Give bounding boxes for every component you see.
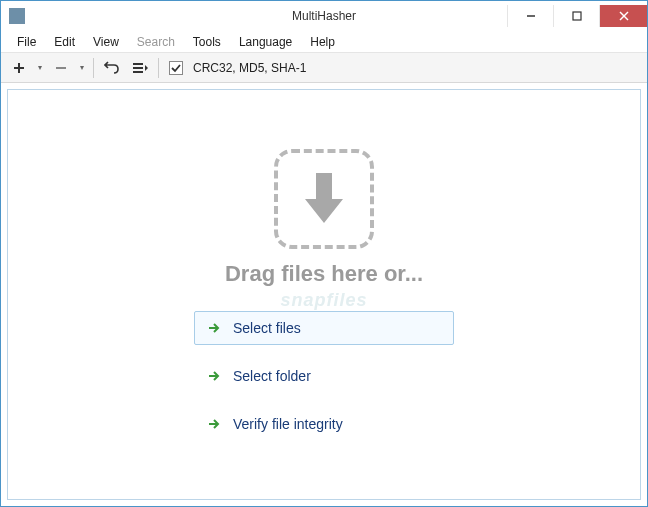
drop-text: Drag files here or... [225, 261, 423, 287]
select-files-action[interactable]: Select files [194, 311, 454, 345]
menu-view[interactable]: View [85, 33, 127, 51]
menu-help[interactable]: Help [302, 33, 343, 51]
menu-search[interactable]: Search [129, 33, 183, 51]
menu-file[interactable]: File [9, 33, 44, 51]
app-window: MultiHasher File Edit View Search Tools … [0, 0, 648, 507]
app-icon [9, 8, 25, 24]
toolbar: ▾ ▾ CRC32, MD5, SHA-1 [1, 53, 647, 83]
undo-button[interactable] [100, 56, 124, 80]
select-folder-action[interactable]: Select folder [194, 359, 454, 393]
svg-rect-7 [133, 63, 143, 65]
titlebar: MultiHasher [1, 1, 647, 31]
svg-rect-8 [133, 67, 143, 69]
svg-rect-9 [133, 71, 143, 73]
hash-label: CRC32, MD5, SHA-1 [193, 61, 306, 75]
close-button[interactable] [599, 5, 647, 27]
arrow-right-icon [207, 321, 221, 335]
remove-button[interactable] [49, 56, 73, 80]
minimize-button[interactable] [507, 5, 553, 27]
arrow-right-icon [207, 417, 221, 431]
toolbar-separator [158, 58, 159, 78]
hash-checkbox[interactable] [169, 61, 183, 75]
action-label: Select folder [233, 368, 311, 384]
remove-dropdown[interactable]: ▾ [77, 63, 87, 72]
menu-tools[interactable]: Tools [185, 33, 229, 51]
menubar: File Edit View Search Tools Language Hel… [1, 31, 647, 53]
menu-language[interactable]: Language [231, 33, 300, 51]
action-list: Select files Select folder Verify file i… [194, 311, 454, 441]
arrow-right-icon [207, 369, 221, 383]
toolbar-separator [93, 58, 94, 78]
add-button[interactable] [7, 56, 31, 80]
maximize-button[interactable] [553, 5, 599, 27]
content-area: Drag files here or... snapfiles Select f… [7, 89, 641, 500]
window-controls [507, 5, 647, 27]
dropzone[interactable] [274, 149, 374, 249]
verify-integrity-action[interactable]: Verify file integrity [194, 407, 454, 441]
action-label: Select files [233, 320, 301, 336]
down-arrow-icon [301, 169, 347, 229]
menu-edit[interactable]: Edit [46, 33, 83, 51]
watermark: snapfiles [280, 290, 367, 311]
action-label: Verify file integrity [233, 416, 343, 432]
svg-rect-1 [573, 12, 581, 20]
window-title: MultiHasher [292, 9, 356, 23]
add-dropdown[interactable]: ▾ [35, 63, 45, 72]
queue-button[interactable] [128, 56, 152, 80]
